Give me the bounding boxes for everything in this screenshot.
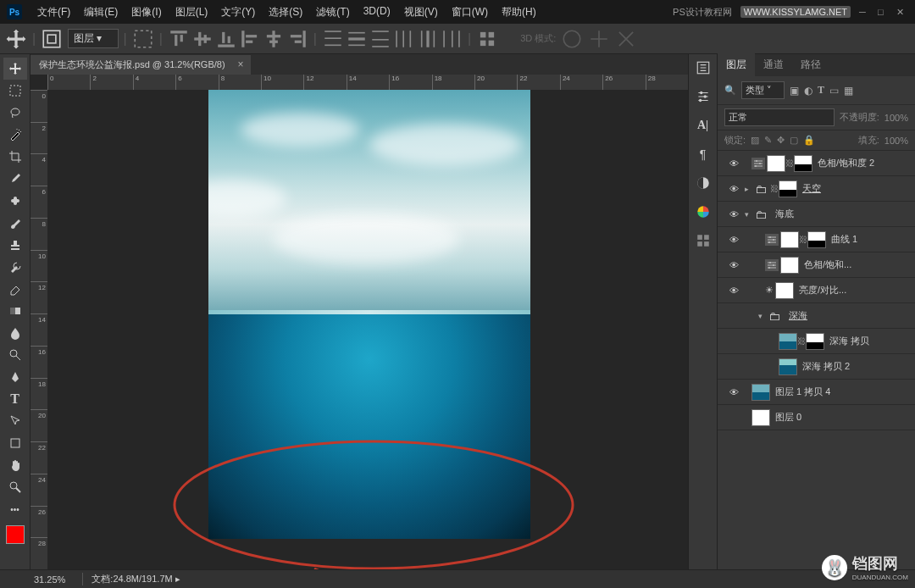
layer-row[interactable]: 👁⛓色相/饱和度 2	[718, 151, 915, 176]
styles-panel-icon[interactable]	[695, 203, 712, 220]
menu-item[interactable]: 选择(S)	[262, 5, 309, 19]
layer-name[interactable]: 图层 1 拷贝 4	[775, 386, 830, 398]
stamp-tool[interactable]	[3, 234, 27, 256]
lock-transparent-icon[interactable]: ▨	[751, 135, 759, 146]
align-vcenter-icon[interactable]	[191, 28, 214, 50]
path-select-tool[interactable]	[3, 410, 27, 432]
link-icon[interactable]: ⛓	[770, 184, 779, 193]
layer-row[interactable]: 👁图层 1 拷贝 4	[718, 380, 915, 405]
opacity-value[interactable]: 100%	[884, 113, 908, 123]
hand-tool[interactable]	[3, 454, 27, 476]
layer-row[interactable]: 👁▸🗀⛓天空	[718, 176, 915, 202]
align-right-icon[interactable]	[286, 28, 308, 50]
visibility-icon[interactable]: 👁	[726, 286, 741, 296]
layer-thumbnail[interactable]	[780, 257, 799, 274]
3d-orbit-icon[interactable]	[561, 28, 583, 50]
layer-row[interactable]: 图层 0	[718, 405, 915, 430]
layer-row[interactable]: 深海 拷贝 2	[718, 354, 915, 380]
layer-row[interactable]: ⛓深海 拷贝	[718, 329, 915, 354]
dist-right-icon[interactable]	[441, 28, 463, 50]
move-tool-icon[interactable]	[5, 28, 27, 50]
mask-thumbnail[interactable]	[794, 155, 812, 172]
fill-value[interactable]: 100%	[884, 136, 908, 146]
menu-item[interactable]: 滤镜(T)	[309, 5, 356, 19]
dodge-tool[interactable]	[3, 344, 27, 366]
layer-thumbnail[interactable]	[751, 384, 770, 401]
filter-pixel-icon[interactable]: ▣	[790, 85, 799, 97]
layer-row[interactable]: 👁☀亮度/对比...	[718, 278, 915, 303]
twist-icon[interactable]: ▸	[741, 185, 751, 193]
dist-left-icon[interactable]	[393, 28, 415, 50]
layer-row[interactable]: 👁色相/饱和...	[718, 252, 915, 278]
menu-item[interactable]: 文字(Y)	[214, 5, 262, 19]
mask-thumbnail[interactable]	[779, 180, 797, 197]
ruler-vertical[interactable]: 0246810121416182022242628	[30, 90, 47, 569]
link-icon[interactable]: ⛓	[797, 336, 806, 346]
character-panel-icon[interactable]: A|	[695, 117, 712, 134]
filter-smart-icon[interactable]: ▦	[844, 85, 853, 97]
visibility-icon[interactable]: 👁	[726, 260, 741, 270]
layer-row[interactable]: 👁▾🗀海底	[718, 202, 915, 227]
color-swatches[interactable]	[6, 525, 25, 544]
gradient-tool[interactable]	[3, 300, 27, 322]
eraser-tool[interactable]	[3, 278, 27, 300]
layer-thumbnail[interactable]	[775, 282, 794, 299]
visibility-icon[interactable]: 👁	[726, 158, 741, 169]
visibility-icon[interactable]: 👁	[726, 387, 741, 397]
layer-thumbnail[interactable]	[780, 231, 799, 248]
lock-artboard-icon[interactable]: ▢	[790, 135, 798, 146]
menu-item[interactable]: 文件(F)	[30, 5, 77, 19]
document-tab[interactable]: 保护生态环境公益海报.psd @ 31.2%(RGB/8) ×	[30, 55, 251, 75]
menu-item[interactable]: 帮助(H)	[495, 5, 543, 19]
folder-icon[interactable]: 🗀	[765, 308, 784, 325]
layer-name[interactable]: 色相/饱和...	[804, 258, 851, 271]
mask-thumbnail[interactable]	[806, 333, 824, 350]
menu-item[interactable]: 窗口(W)	[445, 5, 495, 19]
shape-tool[interactable]	[3, 432, 27, 454]
close-icon[interactable]: ✕	[896, 7, 907, 17]
layer-name[interactable]: 海底	[775, 208, 794, 220]
marquee-tool[interactable]	[3, 80, 27, 102]
layer-thumbnail[interactable]	[779, 358, 797, 375]
adjustments-panel-icon[interactable]	[695, 175, 712, 191]
visibility-icon[interactable]: 👁	[726, 184, 741, 194]
layer-thumbnail[interactable]	[751, 409, 770, 426]
layer-thumbnail[interactable]	[779, 333, 797, 350]
properties-panel-icon[interactable]	[695, 88, 712, 105]
menu-item[interactable]: 图层(L)	[169, 5, 215, 19]
history-panel-icon[interactable]	[695, 59, 712, 76]
3d-pan-icon[interactable]	[588, 28, 610, 50]
menu-item[interactable]: 编辑(E)	[77, 5, 125, 19]
layer-row[interactable]: ▾🗀深海	[718, 303, 915, 329]
lock-brush-icon[interactable]: ✎	[764, 135, 772, 146]
dist-bottom-icon[interactable]	[369, 28, 391, 50]
canvas-viewport[interactable]	[47, 90, 688, 569]
dist-hcenter-icon[interactable]	[417, 28, 439, 50]
zoom-tool[interactable]	[3, 476, 27, 498]
pen-tool[interactable]	[3, 366, 27, 388]
layer-name[interactable]: 深海 拷贝 2	[802, 360, 850, 373]
lasso-tool[interactable]	[3, 102, 27, 124]
history-brush-tool[interactable]	[3, 256, 27, 278]
layer-row[interactable]: 👁⛓曲线 1	[718, 227, 915, 252]
folder-icon[interactable]: 🗀	[751, 206, 770, 223]
link-icon[interactable]: ⛓	[799, 235, 807, 244]
folder-icon[interactable]: 🗀	[751, 180, 770, 197]
layer-name[interactable]: 曲线 1	[831, 233, 857, 246]
swatches-panel-icon[interactable]	[695, 232, 712, 249]
align-top-icon[interactable]	[168, 28, 190, 50]
menu-item[interactable]: 视图(V)	[397, 5, 445, 19]
twist-icon[interactable]: ▾	[755, 312, 765, 320]
tab-layers[interactable]: 图层	[718, 53, 755, 76]
align-bottom-icon[interactable]	[215, 28, 237, 50]
ruler-horizontal[interactable]: 0246810121416182022242628	[47, 75, 688, 90]
dist-top-icon[interactable]	[322, 28, 344, 50]
layer-name[interactable]: 图层 0	[775, 411, 801, 424]
blend-mode-select[interactable]: 正常	[724, 108, 835, 126]
layer-name[interactable]: 亮度/对比...	[799, 284, 846, 297]
lock-all-icon[interactable]: 🔒	[803, 135, 815, 146]
tab-channels[interactable]: 通道	[755, 53, 792, 76]
link-icon[interactable]: ⛓	[785, 158, 794, 168]
layer-name[interactable]: 深海	[789, 309, 807, 322]
visibility-icon[interactable]: 👁	[726, 209, 741, 219]
